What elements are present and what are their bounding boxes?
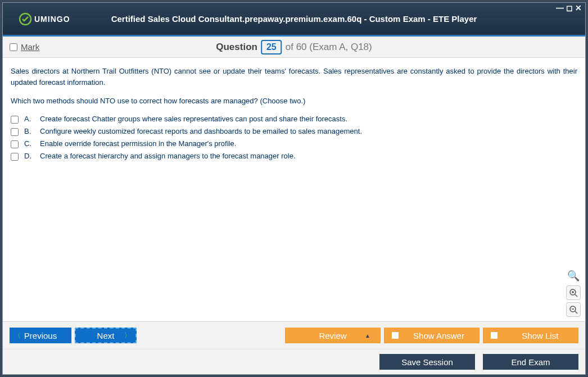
square-icon: [392, 332, 399, 339]
previous-label: Previous: [24, 331, 57, 340]
minimize-icon[interactable]: —: [556, 4, 564, 12]
question-text-2: Which two methods should NTO use to corr…: [11, 96, 577, 107]
footer-nav: 〈 Previous Next 〉 Review ▲ Show Answer S…: [3, 321, 585, 349]
show-list-button[interactable]: Show List: [483, 328, 578, 343]
next-button[interactable]: Next 〉: [75, 328, 137, 343]
option-c-text: Enable override forecast permission in t…: [40, 139, 236, 148]
chevron-left-icon: 〈: [14, 331, 21, 340]
window-title: Certified Sales Cloud Consultant.prepawa…: [111, 14, 477, 24]
maximize-icon[interactable]: ◻: [566, 4, 573, 12]
mark-toggle[interactable]: Mark: [10, 42, 39, 52]
content-area: Sales directors at Northern Trail Outfit…: [3, 58, 585, 321]
logo: UMINGO: [19, 12, 70, 26]
mark-label: Mark: [21, 42, 39, 52]
zoom-tools: 🔍: [566, 269, 581, 317]
next-label: Next: [97, 331, 115, 340]
show-answer-label: Show Answer: [413, 331, 464, 340]
option-b-letter: B.: [24, 127, 34, 135]
save-session-button[interactable]: Save Session: [379, 354, 475, 370]
option-b-checkbox[interactable]: [11, 128, 19, 136]
close-icon[interactable]: ✕: [575, 4, 582, 12]
svg-line-6: [575, 311, 577, 314]
question-text-1: Sales directors at Northern Trail Outfit…: [11, 66, 577, 88]
chevron-right-icon: 〉: [124, 331, 131, 340]
previous-button[interactable]: 〈 Previous: [10, 328, 71, 343]
mark-checkbox[interactable]: [10, 43, 17, 51]
question-indicator: Question 25 of 60 (Exam A, Q18): [216, 40, 372, 54]
question-number: 25: [261, 40, 282, 54]
question-label: Question: [216, 42, 257, 53]
end-exam-button[interactable]: End Exam: [483, 354, 578, 370]
question-bar: Mark Question 25 of 60 (Exam A, Q18): [3, 37, 585, 58]
zoom-out-icon[interactable]: [566, 302, 581, 317]
window-controls: — ◻ ✕: [556, 4, 582, 12]
option-c[interactable]: C. Enable override forecast permission i…: [11, 139, 577, 148]
option-c-checkbox[interactable]: [11, 140, 19, 148]
option-d-checkbox[interactable]: [11, 153, 19, 161]
review-button[interactable]: Review ▲: [285, 328, 381, 343]
logo-check-icon: [19, 12, 32, 26]
option-d-letter: D.: [24, 152, 34, 160]
option-a-letter: A.: [24, 115, 34, 123]
show-answer-button[interactable]: Show Answer: [384, 328, 480, 343]
option-d-text: Create a forecast hierarchy and assign m…: [40, 152, 296, 160]
option-a[interactable]: A. Create forecast Chatter groups where …: [11, 115, 577, 124]
show-list-label: Show List: [522, 331, 558, 340]
zoom-in-icon[interactable]: [566, 285, 581, 300]
titlebar: UMINGO Certified Sales Cloud Consultant.…: [3, 3, 585, 37]
option-a-checkbox[interactable]: [11, 116, 19, 124]
options-list: A. Create forecast Chatter groups where …: [11, 115, 577, 161]
option-a-text: Create forecast Chatter groups where sal…: [40, 115, 347, 123]
logo-text: UMINGO: [34, 15, 70, 24]
question-total: of 60 (Exam A, Q18): [286, 42, 372, 53]
app-window: UMINGO Certified Sales Cloud Consultant.…: [2, 2, 586, 375]
option-d[interactable]: D. Create a forecast hierarchy and assig…: [11, 152, 577, 161]
triangle-up-icon: ▲: [365, 333, 370, 339]
option-b[interactable]: B. Configure weekly customized forecast …: [11, 127, 577, 136]
option-c-letter: C.: [24, 139, 34, 148]
footer-session: Save Session End Exam: [3, 349, 585, 374]
review-label: Review: [319, 331, 346, 340]
search-icon[interactable]: 🔍: [566, 269, 581, 283]
square-icon: [491, 332, 497, 339]
svg-line-2: [575, 294, 577, 297]
option-b-text: Configure weekly customized forecast rep…: [40, 127, 362, 135]
